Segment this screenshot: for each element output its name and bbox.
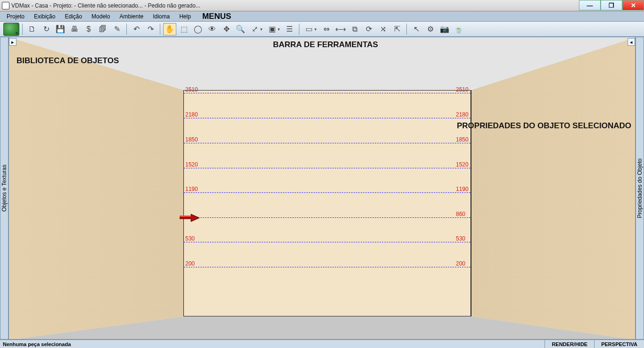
menu-exibicao[interactable]: Exibição (29, 12, 60, 21)
world-menu-button[interactable] (3, 23, 19, 36)
main-area: Objetos e Texturas Propriedades do Objet… (0, 37, 644, 340)
grid-label-right: 200 (456, 260, 465, 267)
pointer-icon[interactable]: ↖ (410, 23, 423, 35)
layers-icon[interactable]: ☰ (283, 23, 296, 35)
grid-label-right: 530 (456, 235, 465, 242)
grid-line (184, 267, 471, 267)
room-3d: 2510251021802180185018501520152011901190… (9, 37, 635, 339)
rotate2-icon[interactable]: ⤨ (376, 23, 389, 35)
undo-icon[interactable]: ↶ (130, 23, 143, 35)
pick-icon[interactable]: ▭ (302, 23, 315, 35)
wall-back (183, 90, 471, 316)
print-icon[interactable]: 🖶 (68, 23, 81, 35)
chevron-down-icon[interactable]: ▾ (260, 27, 265, 32)
gear-icon[interactable]: ⚙ (424, 23, 437, 35)
window-buttons: — ❐ ✕ (579, 0, 644, 10)
maximize-button[interactable]: ❐ (601, 0, 622, 10)
grid-label-right: 2510 (456, 86, 469, 93)
connector-icon[interactable]: ⇔ (320, 23, 333, 35)
redo-icon[interactable]: ↷ (144, 23, 157, 35)
title-bar: VDMax - Casa - Projeto: - Cliente não se… (0, 0, 644, 11)
menu-ambiente[interactable]: Ambiente (115, 12, 148, 21)
grid-label-right: 1520 (456, 161, 469, 168)
orbit-icon[interactable]: ◯ (191, 23, 205, 35)
cost-icon[interactable]: $ (82, 23, 95, 35)
expand-left-icon[interactable]: ▸ (9, 38, 17, 46)
camera-icon[interactable]: 📷 (438, 23, 451, 35)
menus-overlay-label: MENUS (202, 12, 231, 21)
menu-bar: Projeto Exibição Edição Modelo Ambiente … (0, 11, 644, 22)
grid-line (184, 217, 471, 218)
grid-label-left: 2510 (185, 86, 198, 93)
box-icon[interactable]: ▣ (265, 23, 279, 35)
zoomfit-icon[interactable]: ⤢ (248, 23, 261, 35)
menu-idioma[interactable]: Idioma (148, 12, 174, 21)
menu-help[interactable]: Help (174, 12, 196, 21)
grid-label-left: 1850 (185, 136, 198, 143)
right-panel-tab[interactable]: Propriedades do Objeto (636, 37, 644, 340)
dimension-icon[interactable]: ⟷ (334, 23, 347, 35)
hand-icon[interactable]: ✋ (163, 23, 176, 35)
minimize-button[interactable]: — (579, 0, 601, 10)
window-title: VDMax - Casa - Projeto: - Cliente não se… (11, 2, 200, 9)
expand-right-icon[interactable]: ◂ (627, 38, 635, 46)
grid-label-left: 200 (185, 260, 195, 267)
open-icon[interactable]: ↻ (40, 23, 53, 35)
pan-icon[interactable]: ✥ (220, 23, 233, 35)
left-panel-tab[interactable]: Objetos e Texturas (0, 37, 8, 340)
status-perspectiva[interactable]: PERSPECTIVA (594, 340, 644, 348)
mirror-icon[interactable]: ⧉ (348, 23, 361, 35)
grid-line (184, 143, 471, 143)
grid-label-left: 1190 (185, 186, 198, 192)
rotate-icon[interactable]: ⟳ (362, 23, 375, 35)
eye-icon[interactable]: 👁 (206, 23, 219, 35)
red-arrow-icon[interactable] (180, 213, 199, 223)
close-button[interactable]: ✕ (622, 0, 644, 10)
svg-marker-1 (180, 215, 191, 217)
status-message: Nenhuma peça selecionada (0, 341, 545, 347)
grid-label-left: 2180 (185, 111, 198, 118)
menu-edicao[interactable]: Edição (60, 12, 87, 21)
left-panel-label: Objetos e Texturas (1, 165, 8, 212)
new-icon[interactable]: 🗋 (25, 23, 39, 35)
propriedades-overlay-label: PROPRIEDADES DO OBJETO SELECIONADO (457, 121, 631, 131)
status-bar: Nenhuma peça selecionada RENDER/HIDE PER… (0, 340, 644, 348)
grid-label-right: 860 (456, 211, 465, 217)
app-icon (2, 2, 9, 9)
right-panel-label: Propriedades do Objeto (636, 158, 643, 218)
status-renderhide[interactable]: RENDER/HIDE (545, 340, 594, 348)
grid-label-left: 1520 (185, 161, 198, 168)
select-icon[interactable]: ⬚ (177, 23, 190, 35)
grid-line (184, 242, 471, 242)
save-icon[interactable]: 💾 (54, 23, 67, 35)
viewport-3d[interactable]: ▸ ◂ 251025102180218018501850152015201190… (8, 37, 636, 340)
docs-icon[interactable]: 🗐 (96, 23, 109, 35)
grid-line (184, 192, 471, 193)
grid-line (184, 93, 471, 93)
toolbar-overlay-label: BARRA DE FERRAMENTAS (273, 40, 378, 50)
svg-marker-0 (180, 214, 199, 222)
grid-line (184, 118, 471, 118)
grid-label-left: 530 (185, 235, 195, 242)
menu-modelo[interactable]: Modelo (87, 12, 115, 21)
teapot-icon[interactable]: 🍵 (452, 23, 465, 35)
pencil-icon[interactable]: ✎ (110, 23, 124, 35)
edge-line (183, 90, 184, 316)
grid-label-right: 1190 (456, 186, 469, 192)
toolbar: 🗋 ↻ 💾 🖶 $ 🗐 ✎ ↶ ↷ ✋ ⬚ ◯ 👁 ✥ 🔍 ⤢▾ ▣▾ ☰ ▭▾… (0, 22, 644, 37)
chevron-down-icon[interactable]: ▾ (278, 27, 282, 32)
chevron-down-icon[interactable]: ▾ (314, 27, 319, 32)
grid-label-right: 1850 (456, 136, 469, 143)
zoom-icon[interactable]: 🔍 (234, 23, 247, 35)
grid-line (184, 168, 471, 168)
biblioteca-overlay-label: BIBLIOTECA DE OBJETOS (17, 56, 119, 66)
align-icon[interactable]: ⇱ (390, 23, 404, 35)
grid-label-right: 2180 (456, 111, 469, 118)
menu-projeto[interactable]: Projeto (2, 12, 29, 21)
